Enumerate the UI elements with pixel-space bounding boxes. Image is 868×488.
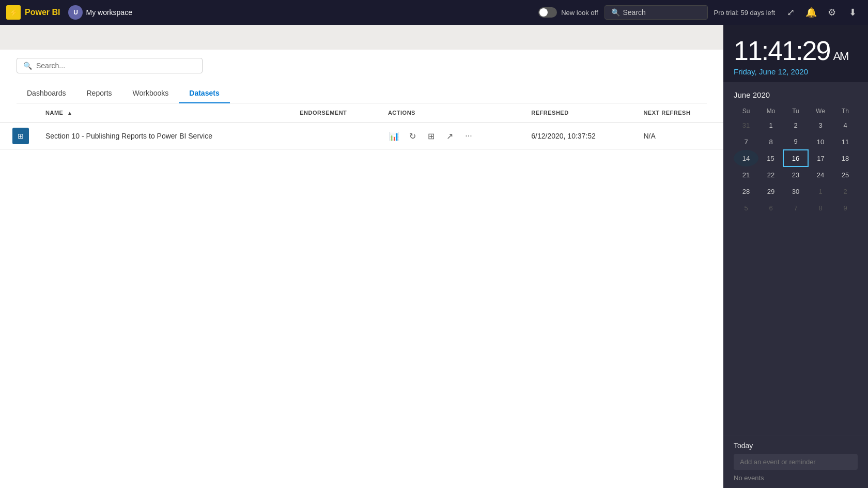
- toggle-label: New look off: [561, 9, 598, 17]
- cal-su: Su: [734, 105, 758, 117]
- external-link-icon[interactable]: ⤢: [781, 3, 800, 22]
- actions-group: 📊 ↻ ⊞ ↗ ···: [388, 130, 515, 142]
- cal-day-8[interactable]: 8: [758, 133, 783, 150]
- cal-day-28[interactable]: 28: [734, 183, 758, 200]
- row-actions-cell: 📊 ↻ ⊞ ↗ ···: [380, 123, 523, 150]
- col-refreshed: REFRESHED: [523, 103, 635, 123]
- cal-day-18[interactable]: 18: [833, 150, 858, 166]
- cal-day-14[interactable]: 14: [734, 150, 758, 166]
- cal-day-22[interactable]: 22: [758, 166, 783, 183]
- col-icon: [0, 103, 37, 123]
- workspace-label: My workspace: [86, 8, 132, 17]
- topbar: ⚡ Power BI U My workspace New look off 🔍…: [0, 0, 868, 25]
- logo-text: Power BI: [25, 8, 60, 17]
- cal-day-17[interactable]: 17: [808, 150, 833, 166]
- search-box[interactable]: 🔍 Search: [605, 5, 708, 20]
- user-menu[interactable]: U My workspace: [68, 5, 132, 20]
- workspace-search-placeholder: Search...: [36, 62, 65, 70]
- cal-day-25[interactable]: 25: [833, 166, 858, 183]
- schedule-icon[interactable]: ⊞: [425, 130, 438, 142]
- cal-week-1: 31 1 2 3 4: [734, 117, 858, 133]
- cal-day-8b[interactable]: 8: [808, 200, 833, 216]
- cal-day-2[interactable]: 2: [783, 117, 808, 133]
- avatar: U: [68, 5, 83, 20]
- clock-time: 11:41:29AM: [734, 37, 858, 64]
- cal-day-7[interactable]: 7: [734, 133, 758, 150]
- cal-day-15[interactable]: 15: [758, 150, 783, 166]
- download-icon[interactable]: ⬇: [843, 3, 862, 22]
- row-next-refresh-cell: N/A: [635, 123, 723, 150]
- cal-day-10[interactable]: 10: [808, 133, 833, 150]
- search-icon: 🔍: [611, 8, 620, 17]
- share-icon[interactable]: ↗: [444, 130, 456, 142]
- col-next-refresh: NEXT REFRESH: [635, 103, 723, 123]
- topbar-icons: ⤢ 🔔 ⚙ ⬇: [781, 3, 862, 22]
- no-events-label: No events: [734, 474, 858, 482]
- calendar-panel: 11:41:29AM Friday, June 12, 2020 June 20…: [723, 25, 868, 488]
- content-area: 🔍 Search... Dashboards Reports Workbooks…: [0, 25, 723, 488]
- cal-day-31[interactable]: 31: [734, 117, 758, 133]
- row-refreshed-cell: 6/12/2020, 10:37:52: [523, 123, 635, 150]
- cal-day-30[interactable]: 30: [783, 183, 808, 200]
- row-endorsement-cell: [291, 123, 380, 150]
- cal-day-6b[interactable]: 6: [758, 200, 783, 216]
- tabs: Dashboards Reports Workbooks Datasets: [17, 84, 707, 103]
- cal-day-23[interactable]: 23: [783, 166, 808, 183]
- settings-icon[interactable]: ⚙: [823, 3, 841, 22]
- cal-day-1[interactable]: 1: [758, 117, 783, 133]
- cal-day-9b[interactable]: 9: [833, 200, 858, 216]
- tab-reports[interactable]: Reports: [76, 84, 122, 103]
- new-look-toggle[interactable]: New look off: [538, 7, 598, 18]
- toggle-switch[interactable]: [538, 7, 557, 18]
- workspace-search[interactable]: 🔍 Search...: [17, 58, 203, 73]
- cal-week-6: 5 6 7 8 9: [734, 200, 858, 216]
- cal-day-4[interactable]: 4: [833, 117, 858, 133]
- cal-day-2b[interactable]: 2: [833, 183, 858, 200]
- cal-day-3[interactable]: 3: [808, 117, 833, 133]
- clock-ampm: AM: [833, 50, 848, 63]
- cal-day-21[interactable]: 21: [734, 166, 758, 183]
- calendar-grid: Su Mo Tu We Th 31 1 2 3 4: [734, 105, 858, 216]
- cal-day-7b[interactable]: 7: [783, 200, 808, 216]
- banner: [0, 25, 723, 50]
- cal-day-29[interactable]: 29: [758, 183, 783, 200]
- clock-section: 11:41:29AM Friday, June 12, 2020: [723, 25, 868, 82]
- analytics-icon[interactable]: 📊: [388, 130, 400, 142]
- cal-day-9[interactable]: 9: [783, 133, 808, 150]
- col-name[interactable]: NAME ▲: [37, 103, 291, 123]
- today-label: Today: [734, 441, 858, 450]
- table-header-row: NAME ▲ ENDORSEMENT ACTIONS REFRESHED: [0, 103, 723, 123]
- refresh-icon[interactable]: ↻: [407, 130, 419, 142]
- cal-day-11[interactable]: 11: [833, 133, 858, 150]
- table-container: NAME ▲ ENDORSEMENT ACTIONS REFRESHED: [0, 103, 723, 488]
- today-section: Today No events: [723, 435, 868, 488]
- cal-week-4: 21 22 23 24 25: [734, 166, 858, 183]
- workspace-header: 🔍 Search... Dashboards Reports Workbooks…: [0, 50, 723, 103]
- bell-icon[interactable]: 🔔: [802, 3, 820, 22]
- trial-label: Pro trial: 59 days left: [714, 9, 776, 17]
- table-row: ⊞ Section 10 - Publishing Reports to Pow…: [0, 123, 723, 150]
- more-icon[interactable]: ···: [462, 130, 475, 142]
- clock-date: Friday, June 12, 2020: [734, 67, 858, 76]
- tab-datasets[interactable]: Datasets: [179, 84, 229, 103]
- cal-we: We: [808, 105, 833, 117]
- cal-day-5b[interactable]: 5: [734, 200, 758, 216]
- main-layout: 🔍 Search... Dashboards Reports Workbooks…: [0, 25, 868, 488]
- cal-tu: Tu: [783, 105, 808, 117]
- calendar-weekday-row: Su Mo Tu We Th: [734, 105, 858, 117]
- cal-week-2: 7 8 9 10 11: [734, 133, 858, 150]
- event-input[interactable]: [734, 454, 858, 470]
- col-actions: ACTIONS: [380, 103, 523, 123]
- tab-workbooks[interactable]: Workbooks: [122, 84, 179, 103]
- col-endorsement: ENDORSEMENT: [291, 103, 380, 123]
- cal-day-24[interactable]: 24: [808, 166, 833, 183]
- search-placeholder: Search: [623, 8, 646, 17]
- cal-day-1b[interactable]: 1: [808, 183, 833, 200]
- cal-th: Th: [833, 105, 858, 117]
- row-name-cell[interactable]: Section 10 - Publishing Reports to Power…: [37, 123, 291, 150]
- logo[interactable]: ⚡ Power BI: [6, 5, 60, 20]
- cal-mo: Mo: [758, 105, 783, 117]
- tab-dashboards[interactable]: Dashboards: [17, 84, 76, 103]
- cal-day-16[interactable]: 16: [783, 150, 808, 166]
- sort-asc-icon: ▲: [67, 110, 72, 116]
